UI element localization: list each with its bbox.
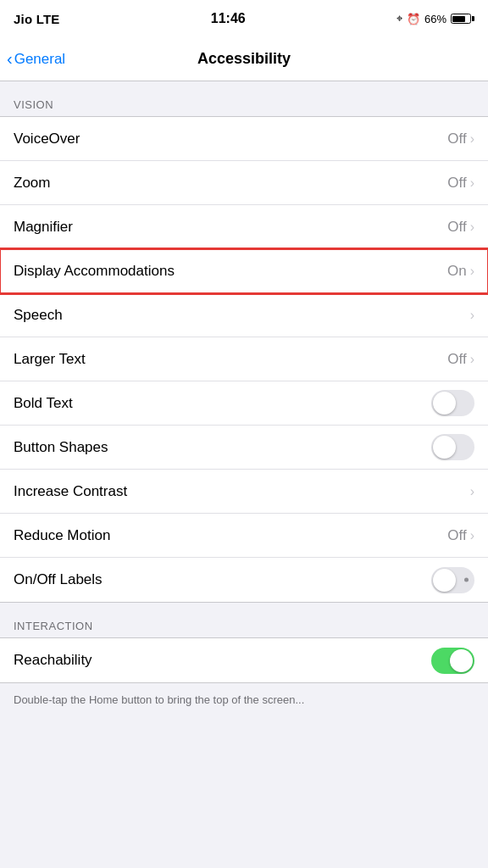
time-label: 11:46 bbox=[211, 11, 246, 26]
reachability-row[interactable]: Reachability bbox=[0, 638, 488, 682]
increase-contrast-row[interactable]: Increase Contrast › bbox=[0, 470, 488, 514]
reduce-motion-chevron-icon: › bbox=[470, 528, 474, 543]
larger-text-row[interactable]: Larger Text Off › bbox=[0, 337, 488, 381]
back-label: General bbox=[14, 51, 65, 68]
button-shapes-row[interactable]: Button Shapes bbox=[0, 426, 488, 470]
speech-row[interactable]: Speech › bbox=[0, 293, 488, 337]
button-shapes-label: Button Shapes bbox=[14, 427, 431, 468]
reachability-toggle-knob bbox=[450, 649, 473, 672]
vision-settings-group: VoiceOver Off › Zoom Off › Magnifier Off… bbox=[0, 116, 488, 603]
zoom-chevron-icon: › bbox=[470, 175, 474, 191]
magnifier-value: Off bbox=[447, 219, 466, 236]
display-accommodations-row[interactable]: Display Accommodations On › bbox=[0, 249, 488, 293]
alarm-icon: ⏰ bbox=[407, 13, 420, 25]
battery-icon bbox=[451, 14, 474, 24]
speech-label: Speech bbox=[14, 295, 470, 336]
larger-text-chevron-icon: › bbox=[470, 352, 474, 367]
back-chevron-icon: ‹ bbox=[7, 50, 13, 67]
reduce-motion-right: Off › bbox=[447, 527, 474, 544]
vision-section-header: VISION bbox=[0, 81, 488, 116]
zoom-row[interactable]: Zoom Off › bbox=[0, 161, 488, 205]
increase-contrast-right: › bbox=[470, 484, 474, 499]
reduce-motion-label: Reduce Motion bbox=[14, 515, 447, 556]
magnifier-label: Magnifier bbox=[14, 207, 447, 248]
voiceover-chevron-icon: › bbox=[470, 131, 474, 147]
onoff-labels-toggle-knob bbox=[433, 569, 456, 592]
carrier-label: Jio LTE bbox=[14, 12, 59, 26]
reachability-right[interactable] bbox=[431, 648, 474, 674]
onoff-labels-toggle[interactable] bbox=[431, 567, 474, 593]
larger-text-value: Off bbox=[447, 351, 466, 368]
voiceover-right: Off › bbox=[447, 131, 474, 147]
battery-percent-label: 66% bbox=[424, 13, 446, 25]
increase-contrast-chevron-icon: › bbox=[470, 484, 474, 499]
larger-text-right: Off › bbox=[447, 351, 474, 368]
reduce-motion-value: Off bbox=[447, 527, 466, 544]
magnifier-right: Off › bbox=[447, 219, 474, 236]
speech-right: › bbox=[470, 308, 474, 323]
voiceover-row[interactable]: VoiceOver Off › bbox=[0, 117, 488, 161]
display-accommodations-right: On › bbox=[447, 263, 474, 280]
zoom-value: Off bbox=[447, 175, 466, 192]
zoom-right: Off › bbox=[447, 175, 474, 192]
onoff-labels-label: On/Off Labels bbox=[14, 559, 431, 600]
page-title: Accessibility bbox=[197, 50, 291, 68]
interaction-settings-group: Reachability bbox=[0, 637, 488, 683]
bottom-description: Double-tap the Home button to bring the … bbox=[0, 683, 488, 716]
speech-chevron-icon: › bbox=[470, 308, 474, 323]
button-shapes-right[interactable] bbox=[431, 434, 474, 460]
status-icons: ⌖ ⏰ 66% bbox=[396, 12, 474, 25]
interaction-section-header: INTERACTION bbox=[0, 603, 488, 637]
button-shapes-toggle-knob bbox=[433, 436, 456, 459]
reduce-motion-row[interactable]: Reduce Motion Off › bbox=[0, 514, 488, 558]
magnifier-chevron-icon: › bbox=[470, 220, 474, 235]
onoff-labels-right[interactable] bbox=[431, 567, 474, 593]
magnifier-row[interactable]: Magnifier Off › bbox=[0, 205, 488, 249]
navigation-bar: ‹ General Accessibility bbox=[0, 37, 488, 81]
display-accommodations-value: On bbox=[447, 263, 467, 280]
bold-text-toggle[interactable] bbox=[431, 390, 474, 416]
voiceover-label: VoiceOver bbox=[14, 119, 447, 159]
bold-text-label: Bold Text bbox=[14, 383, 431, 424]
button-shapes-toggle[interactable] bbox=[431, 434, 474, 460]
back-button[interactable]: ‹ General bbox=[7, 51, 65, 68]
status-bar: Jio LTE 11:46 ⌖ ⏰ 66% bbox=[0, 0, 488, 37]
zoom-label: Zoom bbox=[14, 163, 447, 203]
reachability-label: Reachability bbox=[14, 640, 431, 681]
onoff-labels-row[interactable]: On/Off Labels bbox=[0, 558, 488, 602]
voiceover-value: Off bbox=[447, 131, 466, 147]
display-accommodations-chevron-icon: › bbox=[470, 264, 474, 279]
bold-text-toggle-knob bbox=[433, 392, 456, 415]
display-accommodations-label: Display Accommodations bbox=[14, 251, 447, 292]
increase-contrast-label: Increase Contrast bbox=[14, 471, 470, 512]
bold-text-right[interactable] bbox=[431, 390, 474, 416]
bold-text-row[interactable]: Bold Text bbox=[0, 381, 488, 426]
reachability-toggle[interactable] bbox=[431, 648, 474, 674]
location-icon: ⌖ bbox=[396, 12, 402, 25]
larger-text-label: Larger Text bbox=[14, 339, 447, 380]
